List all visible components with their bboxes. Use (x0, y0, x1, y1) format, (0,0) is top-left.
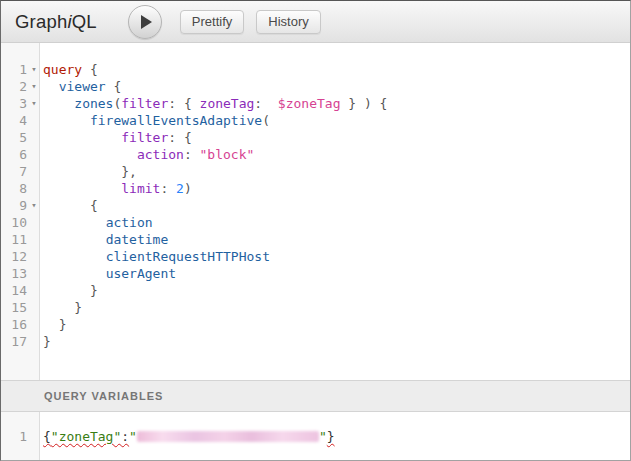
query-editor[interactable]: 1▾query {2▾ viewer {3▾ zones(filter: { z… (1, 43, 630, 380)
line-number: 11 (1, 231, 27, 248)
token-punct: } ) { (340, 96, 387, 111)
token-prop: firewallEventsAdaptive (90, 113, 262, 128)
token-punct: : (184, 147, 200, 162)
fold-spacer (27, 112, 41, 129)
token-num: 2 (176, 181, 184, 196)
code-text: viewer { (41, 78, 121, 95)
graphiql-window: GraphiQL Prettify History 1▾query {2▾ vi… (0, 0, 631, 461)
token-punct (43, 266, 106, 281)
code-line[interactable]: 14 } (1, 282, 630, 299)
code-line[interactable]: 1▾query { (1, 61, 630, 78)
line-number: 6 (1, 146, 27, 163)
code-line[interactable]: 6 action: "block" (1, 146, 630, 163)
code-text: query { (41, 61, 98, 78)
prettify-button[interactable]: Prettify (180, 10, 244, 34)
code-line[interactable]: 4 firewallEventsAdaptive( (1, 112, 630, 129)
code-line[interactable]: 17} (1, 333, 630, 350)
fold-arrow-icon[interactable]: ▾ (27, 61, 41, 78)
code-text: clientRequestHTTPHost (41, 248, 270, 265)
token-punct: { (82, 62, 98, 77)
code-line[interactable]: 3▾ zones(filter: { zoneTag: $zoneTag } )… (1, 95, 630, 112)
code-line[interactable]: 11 datetime (1, 231, 630, 248)
token-punct: : (160, 181, 176, 196)
code-line[interactable]: 10 action (1, 214, 630, 231)
line-number: 2 (1, 78, 27, 95)
code-line[interactable]: 12 clientRequestHTTPHost (1, 248, 630, 265)
token-punct (43, 147, 137, 162)
code-text: zones(filter: { zoneTag: $zoneTag } ) { (41, 95, 387, 112)
redacted-value (137, 431, 319, 442)
token-vpunct: { (43, 429, 51, 444)
code-text: } (41, 316, 66, 333)
code-line[interactable]: 5 filter: { (1, 129, 630, 146)
token-punct: { (43, 198, 98, 213)
line-number: 4 (1, 112, 27, 129)
fold-spacer (27, 282, 41, 299)
token-punct (43, 113, 90, 128)
code-line[interactable]: 7 }, (1, 163, 630, 180)
token-attr: filter (121, 96, 168, 111)
code-text: {"zoneTag":""} (41, 428, 335, 445)
variables-editor[interactable]: 1{"zoneTag":""} (1, 412, 630, 460)
token-punct: : (254, 96, 277, 111)
token-attr: limit (121, 181, 160, 196)
line-number: 13 (1, 265, 27, 282)
fold-spacer (27, 180, 41, 197)
graphiql-logo: GraphiQL (15, 11, 97, 33)
token-attr: zoneTag (200, 96, 255, 111)
code-text: }, (41, 163, 137, 180)
code-text: limit: 2) (41, 180, 192, 197)
token-punct: }, (43, 164, 137, 179)
token-punct (43, 79, 59, 94)
token-punct: } (43, 334, 51, 349)
code-line[interactable]: 13 userAgent (1, 265, 630, 282)
code-text: { (41, 197, 98, 214)
code-line[interactable]: 16 } (1, 316, 630, 333)
fold-arrow-icon[interactable]: ▾ (27, 197, 41, 214)
query-variables-title: QUERY VARIABLES (44, 390, 163, 402)
token-prop: userAgent (106, 266, 176, 281)
query-variables-header[interactable]: QUERY VARIABLES (1, 380, 630, 412)
code-text: action: "block" (41, 146, 254, 163)
fold-spacer (27, 231, 41, 248)
fold-spacer (27, 129, 41, 146)
token-vstr: " (129, 429, 137, 444)
toolbar: GraphiQL Prettify History (1, 1, 630, 43)
fold-spacer (27, 248, 41, 265)
code-text: action (41, 214, 153, 231)
query-editor-lines: 1▾query {2▾ viewer {3▾ zones(filter: { z… (1, 43, 630, 350)
logo-text: QL (72, 11, 97, 32)
token-punct: } (43, 317, 66, 332)
token-punct (43, 96, 74, 111)
code-text: firewallEventsAdaptive( (41, 112, 270, 129)
history-button[interactable]: History (256, 10, 320, 34)
token-punct (43, 249, 106, 264)
fold-arrow-icon[interactable]: ▾ (27, 95, 41, 112)
token-punct: ( (262, 113, 270, 128)
token-punct: } (43, 300, 82, 315)
code-line[interactable]: 8 limit: 2) (1, 180, 630, 197)
line-number: 12 (1, 248, 27, 265)
code-line[interactable]: 1{"zoneTag":""} (1, 428, 630, 445)
line-number: 17 (1, 333, 27, 350)
code-line[interactable]: 9▾ { (1, 197, 630, 214)
code-line[interactable]: 15 } (1, 299, 630, 316)
fold-spacer (27, 163, 41, 180)
token-punct: ) (184, 181, 192, 196)
fold-spacer (27, 316, 41, 333)
token-vprop: "zoneTag" (51, 429, 121, 444)
token-str: "block" (200, 147, 255, 162)
line-number: 8 (1, 180, 27, 197)
code-text: userAgent (41, 265, 176, 282)
token-punct: : { (168, 130, 191, 145)
execute-button[interactable] (128, 5, 162, 39)
variables-editor-lines: 1{"zoneTag":""} (1, 412, 630, 445)
code-text: } (41, 299, 82, 316)
fold-arrow-icon[interactable]: ▾ (27, 78, 41, 95)
token-attr: filter (121, 130, 168, 145)
token-prop: datetime (106, 232, 169, 247)
token-prop: viewer (59, 79, 106, 94)
token-vstr: " (319, 429, 327, 444)
code-line[interactable]: 2▾ viewer { (1, 78, 630, 95)
token-punct: } (43, 283, 98, 298)
